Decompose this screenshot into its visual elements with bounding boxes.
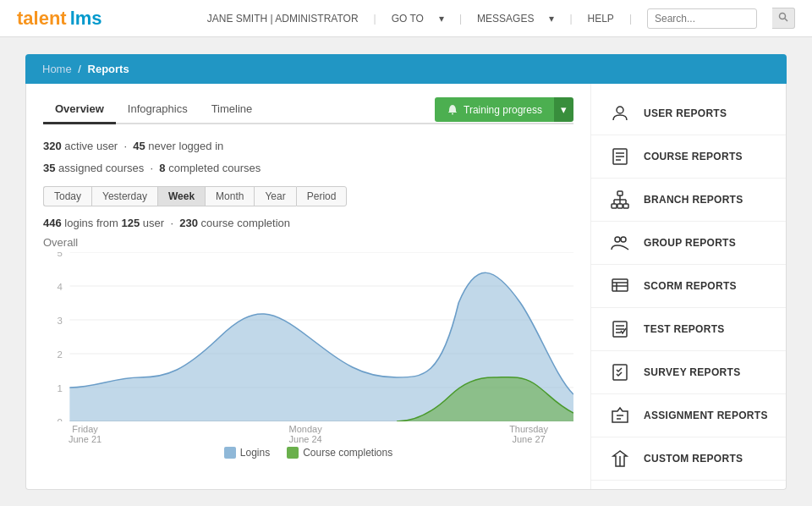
tab-infographics[interactable]: Infographics	[116, 97, 200, 124]
svg-text:3: 3	[58, 316, 63, 326]
legend-completions-dot	[287, 447, 299, 459]
svg-rect-21	[612, 204, 617, 208]
svg-point-29	[615, 237, 620, 242]
test-reports-label: TEST REPORTS	[644, 323, 725, 335]
course-reports-label: COURSE REPORTS	[644, 151, 743, 162]
group-reports-label: GROUP REPORTS	[644, 237, 736, 249]
report-container: Overview Infographics Timeline Training …	[25, 84, 787, 490]
report-item-branch-reports[interactable]: BRANCH REPORTS	[591, 179, 786, 222]
chart-area: 5 4 3 2 1 0 FridayJune 21	[43, 252, 573, 438]
tab-timeline[interactable]: Timeline	[200, 97, 265, 124]
x-label-monday: MondayJune 24	[289, 424, 322, 444]
svg-rect-20	[617, 191, 623, 195]
training-progress-label: Training progress	[464, 104, 542, 116]
custom-reports-label: CUSTOM REPORTS	[644, 453, 743, 465]
chart-title: Overall	[43, 236, 573, 249]
survey-icon	[608, 360, 632, 384]
search-button[interactable]	[772, 8, 795, 29]
logins-total: 446	[43, 217, 62, 229]
svg-text:0: 0	[58, 417, 63, 421]
never-logged-label: never logged in	[148, 140, 223, 152]
training-progress-button[interactable]: Training progress	[435, 97, 554, 122]
svg-point-30	[621, 237, 626, 242]
stats-line-2: 35 assigned courses · 8 completed course…	[43, 160, 573, 178]
period-buttons: Today Yesterday Week Month Year Period	[43, 186, 573, 206]
search-input[interactable]	[647, 8, 757, 29]
legend-logins-dot	[224, 447, 236, 459]
search-icon	[778, 12, 788, 22]
never-logged-count: 45	[133, 140, 145, 152]
person-icon	[608, 102, 632, 125]
main-wrapper: Home / Reports Overview Infographics Tim…	[0, 37, 812, 506]
group-icon	[608, 231, 632, 255]
assigned-courses-label: assigned courses	[58, 162, 144, 174]
right-panel: USER REPORTS COURSE REPORTS	[591, 84, 786, 489]
goto-link[interactable]: GO TO	[392, 13, 424, 25]
assigned-courses-count: 35	[43, 162, 55, 174]
legend-completions: Course completions	[287, 447, 392, 459]
report-item-scorm-reports[interactable]: SCORM REPORTS	[591, 265, 786, 308]
user-reports-label: USER REPORTS	[644, 107, 727, 119]
svg-rect-23	[623, 204, 628, 208]
logins-users: 125	[122, 217, 140, 229]
messages-link[interactable]: MESSAGES	[477, 13, 534, 25]
chart-legend: Logins Course completions	[43, 447, 573, 459]
nav-links: JANE SMITH | ADMINISTRATOR | GO TO ▾ | M…	[207, 8, 795, 29]
report-item-course-reports[interactable]: COURSE REPORTS	[591, 135, 786, 179]
report-item-survey-reports[interactable]: SURVEY REPORTS	[591, 351, 786, 394]
period-yesterday[interactable]: Yesterday	[91, 186, 157, 206]
logo-lms: lms	[70, 8, 102, 30]
active-users-count: 320	[43, 140, 62, 152]
assignment-icon	[608, 404, 632, 427]
svg-rect-31	[612, 279, 628, 291]
x-label-thursday: ThursdayJune 27	[509, 424, 548, 444]
report-item-test-reports[interactable]: TEST REPORTS	[591, 308, 786, 351]
completed-courses-count: 8	[159, 162, 165, 174]
logins-summary: 446 logins from 125 user · 230 course co…	[43, 217, 573, 229]
report-item-custom-reports[interactable]: CUSTOM REPORTS	[591, 437, 786, 481]
period-week[interactable]: Week	[157, 186, 205, 206]
survey-reports-label: SURVEY REPORTS	[644, 366, 740, 378]
legend-logins: Logins	[224, 447, 270, 459]
chart-svg: 5 4 3 2 1 0	[43, 252, 573, 421]
help-link[interactable]: HELP	[588, 13, 614, 25]
scorm-icon	[608, 274, 632, 298]
test-icon	[608, 317, 632, 341]
period-year[interactable]: Year	[254, 186, 295, 206]
report-item-user-reports[interactable]: USER REPORTS	[591, 92, 786, 135]
period-month[interactable]: Month	[205, 186, 254, 206]
report-item-assignment-reports[interactable]: ASSIGNMENT REPORTS	[591, 394, 786, 437]
svg-point-0	[780, 14, 786, 19]
breadcrumb-home[interactable]: Home	[42, 63, 72, 75]
svg-text:4: 4	[58, 282, 63, 292]
logo: talent lms	[17, 8, 102, 30]
user-info: JANE SMITH | ADMINISTRATOR	[207, 13, 359, 25]
svg-text:2: 2	[58, 349, 63, 360]
bell-icon	[447, 104, 458, 116]
branch-reports-label: BRANCH REPORTS	[644, 194, 743, 206]
svg-text:5: 5	[58, 252, 63, 258]
left-panel: Overview Infographics Timeline Training …	[26, 84, 591, 489]
svg-line-1	[785, 19, 787, 21]
svg-point-15	[617, 107, 623, 113]
svg-rect-22	[617, 204, 623, 208]
tab-overview[interactable]: Overview	[43, 97, 116, 124]
report-item-group-reports[interactable]: GROUP REPORTS	[591, 222, 786, 265]
top-nav: talent lms JANE SMITH | ADMINISTRATOR | …	[0, 0, 812, 37]
breadcrumb-current: Reports	[88, 63, 129, 75]
training-progress-dropdown[interactable]: ▾	[554, 97, 573, 122]
breadcrumb: Home / Reports	[25, 54, 787, 84]
svg-text:1: 1	[58, 383, 63, 393]
document-icon	[608, 145, 632, 168]
legend-logins-label: Logins	[240, 447, 270, 459]
period-period[interactable]: Period	[296, 186, 348, 206]
scorm-reports-label: SCORM REPORTS	[644, 280, 737, 292]
period-today[interactable]: Today	[43, 186, 91, 206]
x-label-friday: FridayJune 21	[69, 424, 102, 444]
svg-rect-2	[452, 113, 453, 114]
legend-completions-label: Course completions	[303, 447, 392, 459]
course-completions: 230	[179, 217, 198, 229]
stats-line-1: 320 active user · 45 never logged in	[43, 138, 573, 156]
filter-icon	[608, 447, 632, 470]
branch-icon	[608, 188, 632, 212]
